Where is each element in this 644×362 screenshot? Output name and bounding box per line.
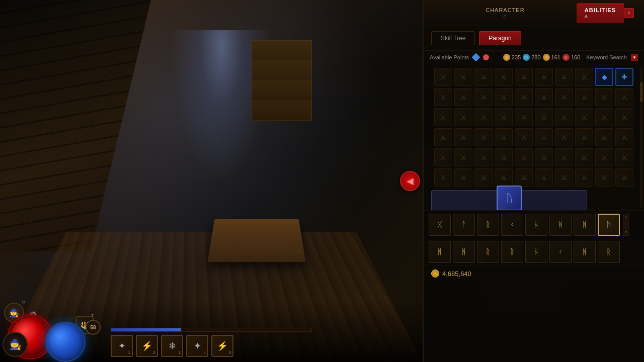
grid-cell[interactable]: ⚔ [434,108,452,126]
glyph-item-r6[interactable]: ᚲ [549,241,572,263]
grid-cell[interactable]: ⚔ [495,108,513,126]
grid-cell[interactable]: ⚔ [575,68,593,86]
grid-cell-special-blue[interactable]: ◆ [595,68,613,86]
stat1-value: 235 [512,54,521,60]
grid-cell[interactable]: ⚔ [595,108,613,126]
grid-cell[interactable]: ⚔ [454,88,472,106]
grid-cell[interactable]: ⚔ [555,148,573,166]
grid-cell[interactable]: ⚔ [535,88,553,106]
key-label-4: 4 [204,350,206,355]
grid-cell[interactable]: ⚔ [454,128,472,146]
grid-cell[interactable]: ⚔ [474,68,493,86]
stat-item-3: 👁 161 [543,54,560,61]
grid-cell[interactable]: ⚔ [515,108,533,126]
panel-toggle-button[interactable]: ◀ [400,171,420,191]
skill-icon-3[interactable]: ❄3 [161,335,183,357]
grid-cell[interactable]: ⚔ [454,148,472,166]
grid-cell[interactable]: ⚔ [575,148,593,166]
bottom-hud: 🧙 Q 🔱 T 9/9 58 🧙 ✦1 ⚡2 [0,302,423,362]
grid-cell[interactable]: ⚔ [434,168,452,187]
grid-cell[interactable]: ⚔ [495,68,513,86]
grid-scrollbar[interactable] [640,67,643,208]
glyph-item-r8[interactable]: ᚱ [598,241,620,263]
glyph-item-r7[interactable]: ᚻ [574,241,596,263]
grid-cell-special-cross[interactable]: ✚ [615,68,633,86]
skill-icon-4[interactable]: ✦4 [186,335,208,357]
glyph-item-r5[interactable]: ᚺ [525,241,547,263]
grid-cell[interactable]: ⚔ [454,108,472,126]
stat-item-1: ⚙ 235 [503,54,521,61]
grid-cell[interactable]: ⚔ [595,128,613,146]
grid-cell[interactable]: ⚔ [595,168,613,187]
grid-cell[interactable]: ⚔ [474,148,493,166]
grid-cell[interactable]: ⚔ [575,108,593,126]
grid-cell[interactable]: ⚔ [555,68,573,86]
game-world: ◀ 🧙 Q 🔱 T 9/9 58 🧙 [0,0,423,362]
grid-cell[interactable]: ⚔ [515,128,533,146]
grid-cell[interactable]: ⚔ [495,148,513,166]
grid-cell[interactable]: ⚔ [454,168,472,187]
grid-cell[interactable]: ⚔ [515,68,533,86]
grid-cell[interactable]: ⚔ [615,108,633,126]
glyph-item-r4[interactable]: ᚱ [501,241,523,263]
skill-icon-1[interactable]: ✦1 [111,335,133,357]
paragon-tab[interactable]: Paragon [479,31,521,45]
glyph-item-7[interactable]: ᚻ [574,214,596,236]
grid-cell[interactable]: ⚔ [495,128,513,146]
glyph-item-r2[interactable]: ᚻ [453,241,475,263]
grid-cell[interactable]: ⚔ [474,168,493,187]
glyph-item-3[interactable]: ᚱ [477,214,499,236]
grid-cell[interactable]: ⚔ [615,168,633,187]
grid-cell[interactable]: ⚔ [474,128,493,146]
glyph-item-5[interactable]: ᚺ [525,214,547,236]
grid-cell[interactable]: ⚔ [535,168,553,187]
grid-cell[interactable]: ⚔ [615,148,633,166]
grid-cell[interactable]: ⚔ [535,128,553,146]
grid-cell[interactable]: ⚔ [454,68,472,86]
grid-cell[interactable]: ⚔ [595,88,613,106]
grid-cell[interactable]: ⚔ [615,88,633,106]
grid-cell[interactable]: ⚔ [515,148,533,166]
glyph-item-r3[interactable]: ᚱ [477,241,499,263]
skill-bar: ✦1 ⚡2 ❄3 ✦4 ⚡5 [111,335,233,357]
glyph-icon: ᚢ [497,186,522,210]
grid-cell[interactable]: ⚔ [495,168,513,187]
grid-cell[interactable]: ⚔ [615,128,633,146]
glyph-item-8-selected[interactable]: ᚢ [598,214,620,236]
grid-cell[interactable]: ⚔ [515,168,533,187]
grid-cell[interactable]: ⚔ [535,108,553,126]
grid-cell[interactable]: ⚔ [555,168,573,187]
grid-cell[interactable]: ⚔ [515,88,533,106]
grid-cell[interactable]: ⚔ [434,68,452,86]
glyph-item-4[interactable]: ᚲ [501,214,523,236]
skill-tree-tab[interactable]: Skill Tree [431,31,475,45]
grid-cell[interactable]: ⚔ [474,108,493,126]
filter-icon[interactable]: ▼ [631,54,638,61]
skill-icon-5[interactable]: ⚡5 [211,335,233,357]
grid-cell[interactable]: ⚔ [434,88,452,106]
glyph-item-1[interactable]: ᚷ [429,214,451,236]
glyph-scrollbar[interactable]: ▲ ▼ [623,214,629,236]
glyph-item-6[interactable]: ᚻ [549,214,572,236]
character-tab[interactable]: CHARACTER C [434,3,577,23]
grid-cell[interactable]: ⚔ [474,88,493,106]
grid-cell[interactable]: ⚔ [575,128,593,146]
grid-cell[interactable]: ⚔ [595,148,613,166]
grid-cell[interactable]: ⚔ [555,128,573,146]
grid-cell[interactable]: ⚔ [495,88,513,106]
grid-row-2: ⚔ ⚔ ⚔ ⚔ ⚔ ⚔ ⚔ ⚔ ⚔ ⚔ [424,87,644,107]
grid-cell[interactable]: ⚔ [434,148,452,166]
grid-cell[interactable]: ⚔ [535,68,553,86]
grid-cell[interactable]: ⚔ [575,168,593,187]
grid-cell[interactable]: ⚔ [535,148,553,166]
skill-icon-2[interactable]: ⚡2 [136,335,158,357]
grid-cell[interactable]: ⚔ [575,88,593,106]
close-button[interactable]: × [624,8,634,18]
character-tab-label: CHARACTER [486,7,524,13]
grid-cell[interactable]: ⚔ [434,128,452,146]
glyph-item-r1[interactable]: ᚻ [429,241,451,263]
grid-cell[interactable]: ⚔ [555,88,573,106]
glyph-item-2[interactable]: ᚨ [453,214,475,236]
abilities-tab[interactable]: ABILITIES A [577,3,624,23]
grid-cell[interactable]: ⚔ [555,108,573,126]
